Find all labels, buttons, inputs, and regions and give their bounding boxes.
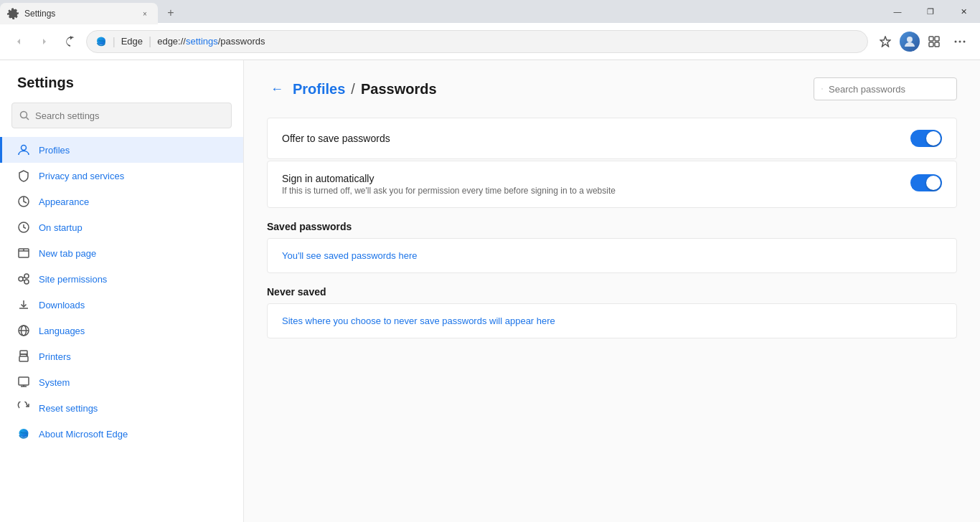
profile-avatar[interactable] xyxy=(900,32,920,52)
privacy-icon xyxy=(17,169,30,182)
never-saved-empty: Sites where you choose to never save pas… xyxy=(267,303,957,338)
content-header: ← Profiles / Passwords xyxy=(267,77,957,100)
url-bar[interactable]: | Edge | edge://settings/passwords xyxy=(86,30,868,53)
sidebar-item-appearance[interactable]: Appearance xyxy=(0,189,243,214)
search-passwords-container[interactable] xyxy=(814,77,957,100)
sidebar-item-sitepermissions[interactable]: Site permissions xyxy=(0,266,243,292)
sidebar-item-about[interactable]: About Microsoft Edge xyxy=(0,421,243,447)
svg-marker-1 xyxy=(880,37,890,47)
collections-button[interactable] xyxy=(923,30,946,53)
sidebar-item-sitepermissions-label: Site permissions xyxy=(39,274,107,285)
saved-passwords-section-title: Saved passwords xyxy=(267,209,957,238)
settings-tab[interactable]: Settings × xyxy=(0,3,158,24)
sign-in-auto-desc: If this is turned off, we'll ask you for… xyxy=(282,186,910,196)
saved-passwords-empty: You'll see saved passwords here xyxy=(267,238,957,273)
sidebar-item-profiles[interactable]: Profiles xyxy=(0,137,243,163)
tab-close-button[interactable]: × xyxy=(139,8,151,19)
sidebar-item-printers[interactable]: Printers xyxy=(0,343,243,369)
svg-point-2 xyxy=(907,37,913,42)
minimize-button[interactable]: — xyxy=(881,0,914,23)
more-button[interactable] xyxy=(948,30,971,53)
sidebar-item-downloads-label: Downloads xyxy=(39,300,85,310)
sidebar-item-system[interactable]: System xyxy=(0,369,243,395)
startup-icon xyxy=(17,221,30,234)
svg-point-28 xyxy=(26,354,27,356)
downloads-icon xyxy=(17,298,30,311)
sign-in-auto-info: Sign in automatically If this is turned … xyxy=(282,173,910,196)
appearance-icon xyxy=(17,195,30,208)
sidebar-item-languages-label: Languages xyxy=(39,326,85,336)
offer-to-save-info: Offer to save passwords xyxy=(282,133,910,144)
sign-in-auto-title: Sign in automatically xyxy=(282,173,910,184)
siteperm-icon xyxy=(17,272,30,285)
sign-in-auto-toggle[interactable] xyxy=(910,174,942,191)
title-bar: Settings × + — ❐ ✕ xyxy=(0,0,980,23)
sidebar-item-languages[interactable]: Languages xyxy=(0,318,243,343)
sidebar-item-appearance-label: Appearance xyxy=(39,196,89,207)
breadcrumb-separator: / xyxy=(351,81,355,98)
svg-rect-3 xyxy=(929,37,933,41)
svg-rect-29 xyxy=(19,377,29,385)
close-button[interactable]: ✕ xyxy=(947,0,980,23)
sidebar-item-newtab-label: New tab page xyxy=(39,248,96,259)
newtab-icon xyxy=(17,247,30,260)
svg-point-9 xyxy=(963,40,966,42)
url-edge-label: Edge xyxy=(121,36,143,47)
sidebar-item-newtab[interactable]: New tab page xyxy=(0,240,243,266)
svg-point-12 xyxy=(22,146,27,151)
svg-point-33 xyxy=(821,88,822,89)
restore-button[interactable]: ❐ xyxy=(914,0,947,23)
svg-line-21 xyxy=(23,277,25,278)
sidebar-item-privacy[interactable]: Privacy and services xyxy=(0,163,243,189)
breadcrumb-current: Passwords xyxy=(361,81,437,98)
svg-point-19 xyxy=(24,274,29,278)
sidebar-item-reset[interactable]: Reset settings xyxy=(0,395,243,421)
svg-point-7 xyxy=(955,40,957,42)
sidebar-item-reset-label: Reset settings xyxy=(39,403,98,414)
sidebar-item-downloads[interactable]: Downloads xyxy=(0,292,243,318)
svg-rect-5 xyxy=(929,42,933,47)
sidebar-item-about-label: About Microsoft Edge xyxy=(39,429,128,440)
breadcrumb-back-button[interactable]: ← xyxy=(267,79,287,99)
sidebar-item-profiles-label: Profiles xyxy=(39,145,70,156)
sidebar-item-system-label: System xyxy=(39,377,70,388)
url-separator: | xyxy=(113,36,116,47)
svg-point-18 xyxy=(19,277,23,281)
offer-to-save-toggle[interactable] xyxy=(910,130,942,147)
svg-point-10 xyxy=(21,112,27,118)
toolbar-actions xyxy=(874,30,971,53)
printers-icon xyxy=(17,350,30,363)
search-passwords-input[interactable] xyxy=(829,84,949,95)
search-settings-icon xyxy=(19,110,29,120)
svg-line-22 xyxy=(23,280,25,281)
sidebar-item-printers-label: Printers xyxy=(39,351,71,362)
svg-rect-6 xyxy=(935,42,939,47)
sidebar-item-privacy-label: Privacy and services xyxy=(39,171,124,181)
system-icon xyxy=(17,376,30,389)
favorites-button[interactable] xyxy=(874,30,897,53)
svg-rect-27 xyxy=(19,356,28,361)
url-separator2: | xyxy=(149,35,151,48)
offer-to-save-title: Offer to save passwords xyxy=(282,133,910,144)
refresh-button[interactable] xyxy=(60,32,80,52)
back-button[interactable] xyxy=(9,32,29,52)
new-tab-button[interactable]: + xyxy=(161,3,181,23)
tab-title: Settings xyxy=(24,9,133,19)
url-display: edge://settings/passwords xyxy=(157,36,265,47)
about-edge-icon xyxy=(17,427,30,440)
url-path-highlight: settings xyxy=(186,36,218,47)
content-area: ← Profiles / Passwords Offer to save pas… xyxy=(244,60,980,522)
settings-tab-icon xyxy=(7,8,19,19)
sign-in-auto-row: Sign in automatically If this is turned … xyxy=(267,161,957,208)
forward-button[interactable] xyxy=(34,32,55,52)
search-settings-container[interactable] xyxy=(11,103,232,128)
breadcrumb: ← Profiles / Passwords xyxy=(267,79,437,99)
never-saved-section-title: Never saved xyxy=(267,275,957,303)
main-layout: Settings Profiles Privacy and services A… xyxy=(0,60,980,522)
breadcrumb-profiles-link[interactable]: Profiles xyxy=(293,81,345,98)
svg-line-34 xyxy=(822,89,823,90)
sidebar-item-startup[interactable]: On startup xyxy=(0,214,243,240)
offer-to-save-row: Offer to save passwords xyxy=(267,118,957,159)
svg-point-20 xyxy=(24,280,29,284)
search-settings-input[interactable] xyxy=(35,110,224,121)
